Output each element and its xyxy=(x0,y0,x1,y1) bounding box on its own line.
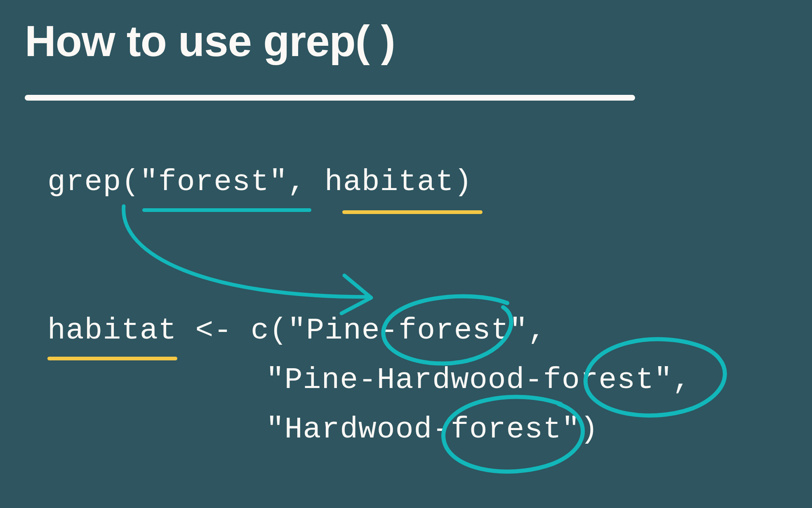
page-title: How to use grep( ) xyxy=(25,16,395,66)
underline-habitat-var xyxy=(47,357,177,360)
code-line-4: "Hardwood-forest") xyxy=(266,412,599,447)
title-underline xyxy=(25,95,635,101)
underline-forest-pattern xyxy=(142,208,311,212)
code-line-2: habitat <- c("Pine-forest", xyxy=(47,313,546,348)
code-line-1: grep("forest", habitat) xyxy=(47,165,473,199)
arrow-icon xyxy=(124,206,367,297)
code-line-3: "Pine-Hardwood-forest", xyxy=(266,363,691,397)
slide: How to use grep( ) grep("forest", habita… xyxy=(0,0,812,508)
underline-habitat-arg xyxy=(342,210,482,214)
arrow-head-icon xyxy=(341,275,371,313)
